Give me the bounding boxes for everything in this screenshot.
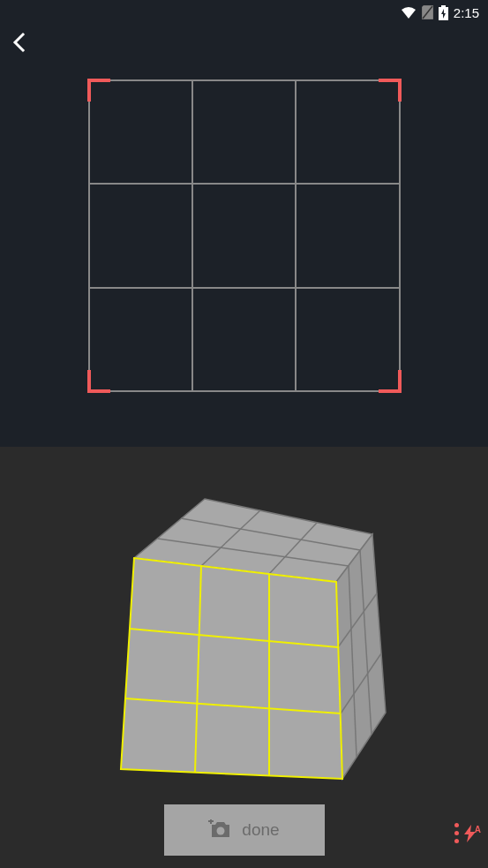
grid-cell — [192, 184, 296, 287]
corner-marker-br — [379, 370, 402, 393]
chevron-left-icon — [9, 32, 30, 53]
done-button[interactable]: done — [164, 804, 325, 856]
corner-marker-bl — [87, 370, 110, 393]
cube-3d — [94, 486, 394, 804]
grid-cell — [192, 80, 296, 184]
battery-charging-icon — [439, 5, 448, 20]
back-button[interactable] — [5, 28, 34, 57]
flash-mode-button[interactable]: A — [464, 825, 481, 842]
capture-viewport — [0, 25, 488, 447]
cube-viewport[interactable] — [0, 481, 488, 808]
sim-icon — [422, 5, 433, 19]
menu-dot-icon — [454, 839, 459, 843]
corner-marker-tl — [87, 79, 110, 102]
cube-preview-section: done A — [0, 447, 488, 868]
menu-button[interactable] — [454, 823, 459, 843]
wifi-icon — [401, 6, 417, 19]
grid-cell — [296, 184, 399, 287]
svg-rect-1 — [441, 5, 446, 7]
flash-mode-label: A — [475, 825, 481, 834]
svg-point-18 — [217, 827, 225, 835]
corner-marker-tr — [379, 79, 402, 102]
grid-cell — [192, 288, 296, 391]
menu-dot-icon — [454, 823, 459, 827]
svg-rect-20 — [210, 819, 212, 824]
status-time: 2:15 — [454, 5, 479, 20]
capture-grid[interactable] — [88, 79, 401, 392]
grid-overlay — [88, 79, 401, 392]
menu-dot-icon — [454, 831, 459, 835]
cube-front-face — [121, 558, 342, 779]
camera-add-icon — [208, 819, 233, 841]
svg-marker-13 — [121, 558, 342, 779]
grid-cell — [89, 184, 192, 287]
done-button-label: done — [242, 820, 279, 840]
status-bar: 2:15 — [0, 0, 488, 25]
bottom-controls: A — [454, 823, 481, 843]
